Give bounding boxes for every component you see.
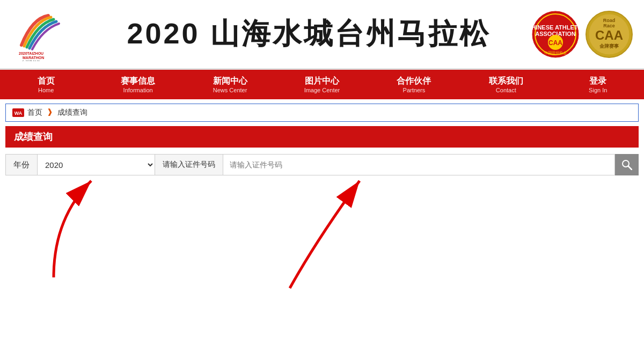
nav-images[interactable]: 图片中心 Image Center [276,70,368,99]
main-nav: 首页 Home 赛事信息 Information 新闻中心 News Cente… [0,70,644,99]
svg-text:CAA: CAA [548,39,562,47]
nav-info-zh: 赛事信息 [121,76,155,87]
breadcrumb-current-page: 成绩查询 [57,108,87,118]
nav-home-zh: 首页 [38,76,55,87]
nav-contact-zh: 联系我们 [489,76,523,87]
svg-text:MARATHON: MARATHON [23,56,44,60]
nav-home[interactable]: 首页 Home [0,70,92,99]
svg-text:WA: WA [14,111,23,116]
year-select[interactable]: 2020 2019 2018 [37,154,155,175]
svg-text:中国田径协会: 中国田径协会 [544,51,567,55]
gold-medal-badge: Road Race CAA 金牌赛事 [585,10,633,58]
nav-news-en: News Center [213,87,247,93]
nav-contact[interactable]: 联系我们 Contact [460,70,552,99]
left-arrow-indicator [38,175,123,283]
marathon-logo: 2020TAIZHOU MARATHON 台州马拉松 [11,8,75,61]
svg-text:2020TAIZHOU: 2020TAIZHOU [19,52,43,55]
id-label: 请输入证件号码 [155,154,223,175]
search-form: 年份 2020 2019 2018 请输入证件号码 [5,154,639,175]
breadcrumb-home-link[interactable]: 首页 [27,108,42,118]
nav-signin-zh: 登录 [589,76,606,87]
nav-partners-zh: 合作伙伴 [397,76,431,87]
nav-home-en: Home [38,87,54,93]
svg-text:台州马拉松: 台州马拉松 [21,60,40,61]
nav-images-zh: 图片中心 [305,76,339,87]
breadcrumb-logo-icon: WA [12,108,24,117]
nav-signin-en: Sign In [589,87,607,93]
breadcrumb-separator: ❱ [46,107,54,118]
arrows-overlay [5,175,639,293]
svg-text:Road: Road [603,18,616,23]
year-label: 年份 [5,154,37,175]
right-arrow-indicator [274,175,381,293]
section-title: 成绩查询 [5,126,639,148]
svg-text:❱: ❱ [47,107,53,116]
svg-text:CAA: CAA [595,28,623,42]
logo-right: CHINESE ATHLETIC ASSOCIATION CAA 中国田径协会 … [531,10,633,58]
svg-text:CHINESE ATHLETIC: CHINESE ATHLETIC [531,24,580,31]
nav-news-zh: 新闻中心 [213,76,247,87]
page-header: 2020TAIZHOU MARATHON 台州马拉松 2020 山海水城台州马拉… [0,0,644,70]
nav-partners[interactable]: 合作伙伴 Partners [368,70,460,99]
nav-contact-en: Contact [496,87,516,93]
logo-left: 2020TAIZHOU MARATHON 台州马拉松 [11,8,75,61]
caa-badge: CHINESE ATHLETIC ASSOCIATION CAA 中国田径协会 [531,10,580,58]
svg-text:金牌赛事: 金牌赛事 [599,43,619,49]
nav-news[interactable]: 新闻中心 News Center [184,70,276,99]
nav-information[interactable]: 赛事信息 Information [92,70,184,99]
search-icon [621,159,632,170]
page-title: 2020 山海水城台州马拉松 [86,14,531,54]
svg-line-21 [628,166,632,170]
id-input[interactable] [223,154,615,175]
nav-info-en: Information [123,87,153,93]
breadcrumb: WA 首页 ❱ 成绩查询 [5,104,639,122]
search-button[interactable] [615,154,639,175]
nav-signin[interactable]: 登录 Sign In [552,70,644,99]
nav-partners-en: Partners [403,87,426,93]
nav-images-en: Image Center [304,87,340,93]
